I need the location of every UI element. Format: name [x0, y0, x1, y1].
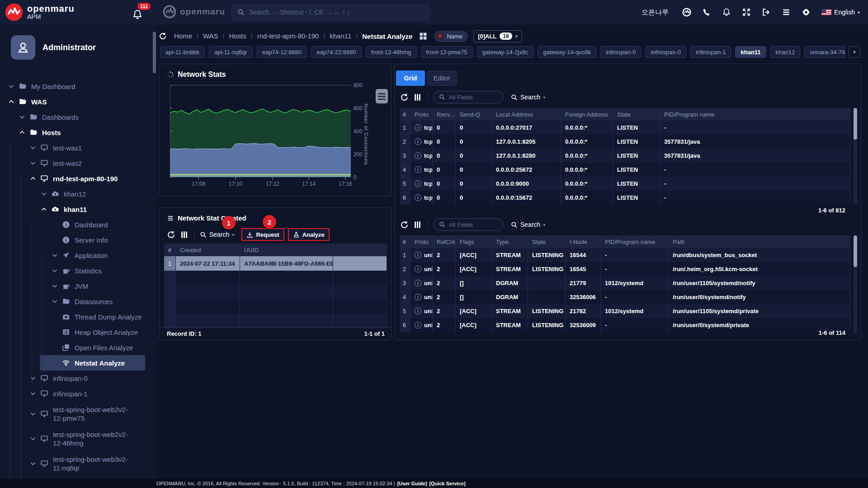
user-card[interactable]: Administrator: [11, 35, 96, 60]
instance-chip-front-12-pmw75[interactable]: front-12-pmw75: [421, 46, 473, 58]
table-row[interactable]: 12024-07-22 17:11:34A7AABA9B-15B9-49FD-A…: [164, 256, 387, 271]
table-row[interactable]: [164, 314, 387, 328]
table-row[interactable]: 6iunix2[ACC]STREAMLISTENING32536009-/run…: [400, 318, 850, 332]
language-selector[interactable]: English ▾: [821, 9, 860, 16]
instance-chip-onnara-34-74zmk[interactable]: onnara-34-74zmk: [804, 46, 845, 58]
gear-icon[interactable]: [802, 8, 811, 17]
instance-chip-eap74-22-8680[interactable]: eap74-22:8680: [311, 46, 361, 58]
global-search[interactable]: [231, 4, 429, 20]
bell-icon[interactable]: [722, 8, 731, 17]
analyze-button[interactable]: Analyze: [288, 228, 330, 241]
tree-item-datasources[interactable]: Datasources: [0, 294, 157, 309]
info-icon[interactable]: i: [415, 180, 421, 187]
table-row[interactable]: 5itcp000.0.0.0:90000.0.0.0:*LISTEN-: [400, 177, 850, 191]
tree-item-jvm[interactable]: JVM: [0, 278, 157, 294]
tree-item-thread-dump-analyze[interactable]: Thread Dump Analyze: [0, 309, 157, 324]
tree-item-infinispan-0[interactable]: infinispan-0: [0, 371, 157, 386]
table-row[interactable]: 4itcp000.0.0.0:256720.0.0.0:*LISTEN-: [400, 163, 850, 177]
tree-item-dashboards[interactable]: Dashboards: [0, 109, 157, 125]
info-icon[interactable]: i: [415, 138, 421, 145]
info-icon[interactable]: i: [415, 194, 421, 201]
user-guide-link[interactable]: [User Guide]: [397, 481, 427, 486]
sign-out-icon[interactable]: [762, 8, 771, 17]
chevron-down-icon[interactable]: [30, 145, 36, 151]
instance-chip-infinispan-0[interactable]: infinispan-0: [600, 46, 642, 58]
table-row[interactable]: 3itcp00127.0.0.1:82800.0.0.0:*LISTEN3577…: [400, 149, 850, 163]
chevron-down-icon[interactable]: [19, 114, 25, 120]
tree-item-test-spring-boot-web3v2-11-nq6qr[interactable]: test-spring-boot-web3v2-11-nq6qr: [0, 451, 157, 476]
tcp-all-fields-input[interactable]: [449, 94, 498, 101]
tree-item-khan12[interactable]: khan12: [0, 186, 157, 202]
tree-item-dashboard[interactable]: Dashboard: [0, 217, 157, 232]
chevron-up-icon[interactable]: [41, 206, 47, 212]
breadcrumb-link-was[interactable]: WAS: [203, 32, 218, 40]
scope-dropdown[interactable]: [0]ALL 18 ▾: [473, 30, 522, 42]
instance-chip-gateway-14-qvc8k[interactable]: gateway-14-qvc8k: [538, 46, 596, 58]
columns-icon[interactable]: [413, 93, 422, 102]
breadcrumb-link-home[interactable]: Home: [174, 32, 192, 40]
table-row[interactable]: 2itcp00127.0.0.1:82050.0.0.0:*LISTEN3577…: [400, 135, 850, 149]
tree-item-server-info[interactable]: Server Info: [0, 232, 157, 248]
refresh-icon[interactable]: [400, 221, 409, 229]
chevron-down-icon[interactable]: [41, 191, 47, 197]
columns-icon[interactable]: [180, 230, 189, 239]
info-icon[interactable]: i: [415, 308, 421, 314]
tree-item-statistics[interactable]: Statistics: [0, 263, 157, 278]
refresh-icon[interactable]: [400, 93, 409, 102]
instance-chip-infinispan-1[interactable]: infinispan-1: [690, 46, 731, 58]
name-filter-chip[interactable]: ✕ Name: [434, 31, 468, 42]
sidebar-scrollbar[interactable]: [153, 32, 156, 73]
quick-service-link[interactable]: [Quick Service]: [429, 481, 465, 486]
breadcrumb-link-hosts[interactable]: Hosts: [229, 32, 246, 40]
breadcrumb-link-khan11[interactable]: khan11: [330, 32, 351, 40]
chips-overflow-button[interactable]: ▾: [849, 46, 860, 58]
openmaru-pulse-icon[interactable]: [682, 8, 691, 17]
instance-chip-infinispan-0[interactable]: infinispan-0: [645, 46, 686, 58]
info-icon[interactable]: i: [415, 152, 421, 159]
search-dropdown[interactable]: Search ▾: [511, 221, 545, 228]
info-icon[interactable]: i: [415, 294, 421, 300]
table-row[interactable]: 1itcp000.0.0.0:270170.0.0.0:*LISTEN-: [400, 121, 850, 135]
chevron-down-icon[interactable]: [30, 436, 36, 442]
tree-item-my-dashboard[interactable]: My Dashboard: [0, 79, 157, 94]
table-row[interactable]: 6itcp000.0.0.0:156720.0.0.0:*LISTEN-: [400, 191, 850, 205]
tab-grid[interactable]: Grid: [396, 70, 425, 86]
chevron-down-icon[interactable]: [30, 375, 36, 381]
instance-chip-eap74-12-8680[interactable]: eap74-12:8680: [257, 46, 307, 58]
columns-icon[interactable]: [413, 221, 422, 229]
remove-filter-icon[interactable]: ✕: [436, 33, 443, 40]
tree-item-test-was1[interactable]: test-was1: [0, 140, 157, 155]
table-row[interactable]: 5iunix2[ACC]STREAMLISTENING217821012/sys…: [400, 304, 850, 318]
tree-item-test-spring-boot-web2v2-12-pmw75[interactable]: test-spring-boot-web2v2-12-pmw75: [0, 401, 157, 426]
tree-item-khan11[interactable]: khan11: [0, 202, 157, 217]
fullscreen-icon[interactable]: [742, 8, 751, 17]
table-row[interactable]: 3iunix2[]DGRAM217791012/systemd/run/user…: [400, 276, 850, 290]
all-fields-input-wrap[interactable]: [433, 91, 504, 103]
tree-item-hosts[interactable]: Hosts: [0, 125, 157, 140]
table-row[interactable]: 2iunix2[ACC]STREAMLISTENING16545-/run/.h…: [400, 262, 850, 276]
chevron-down-icon[interactable]: [30, 460, 36, 467]
tree-item-netstat-analyze[interactable]: Netstat Analyze: [40, 355, 145, 371]
chart-menu-button[interactable]: [376, 89, 388, 103]
chevron-down-icon[interactable]: [52, 252, 58, 258]
instance-chip-front-12-46hmg[interactable]: front-12-46hmg: [366, 46, 417, 58]
search-dropdown[interactable]: Search ▾: [200, 231, 234, 238]
info-icon[interactable]: i: [415, 266, 421, 272]
tree-item-application[interactable]: Application: [0, 248, 157, 263]
tree-item-was[interactable]: WAS: [0, 94, 157, 109]
username[interactable]: 오픈나루: [642, 8, 669, 17]
table-row[interactable]: [164, 271, 387, 285]
chevron-up-icon[interactable]: [19, 129, 25, 136]
tcp-table-scrollbar[interactable]: [854, 108, 857, 205]
chevron-down-icon[interactable]: [30, 160, 36, 166]
global-search-input[interactable]: [249, 9, 424, 16]
chevron-down-icon[interactable]: [30, 411, 36, 417]
chevron-up-icon[interactable]: [30, 175, 36, 182]
chevron-down-icon[interactable]: [8, 83, 14, 89]
instance-chip-api-11-nq6qr[interactable]: api-11-nq6qr: [209, 46, 253, 58]
info-icon[interactable]: i: [415, 166, 421, 173]
unix-all-fields-input[interactable]: [449, 221, 498, 228]
phone-icon[interactable]: [702, 8, 711, 17]
tab-editor[interactable]: Editor: [427, 70, 457, 86]
refresh-icon[interactable]: [159, 32, 167, 40]
